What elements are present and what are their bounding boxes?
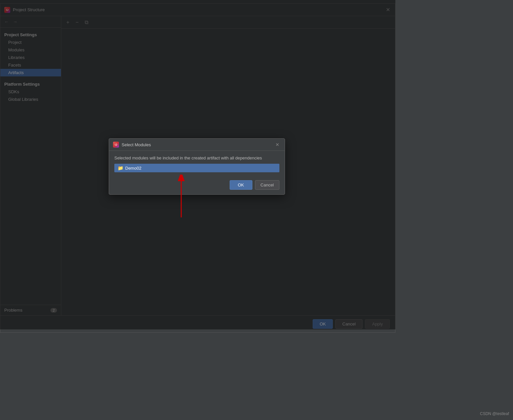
modal-footer: OK Cancel <box>109 177 285 194</box>
select-modules-dialog: IJ Select Modules ✕ Selected modules wil… <box>109 138 285 195</box>
modal-body: Selected modules will be included in the… <box>109 151 285 177</box>
module-list-item[interactable]: 📁 Demo02 <box>114 164 279 172</box>
modal-app-icon: IJ <box>113 142 119 148</box>
folder-icon: 📁 <box>118 165 123 171</box>
modal-ok-button[interactable]: OK <box>230 180 252 190</box>
modal-cancel-button[interactable]: Cancel <box>255 180 279 190</box>
modal-description: Selected modules will be included in the… <box>114 155 279 160</box>
watermark: CSDN @testleaf <box>480 411 509 416</box>
modal-close-button[interactable]: ✕ <box>274 141 281 148</box>
modal-title: Select Modules <box>122 142 274 147</box>
module-name: Demo02 <box>125 166 141 171</box>
modal-title-bar: IJ Select Modules ✕ <box>109 139 285 151</box>
